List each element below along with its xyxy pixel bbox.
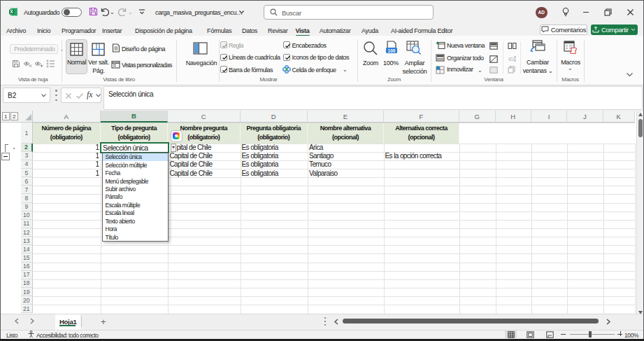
svg-text:ID: ID (508, 56, 514, 62)
svg-text:X: X (10, 9, 13, 14)
svg-text:100: 100 (388, 48, 396, 53)
